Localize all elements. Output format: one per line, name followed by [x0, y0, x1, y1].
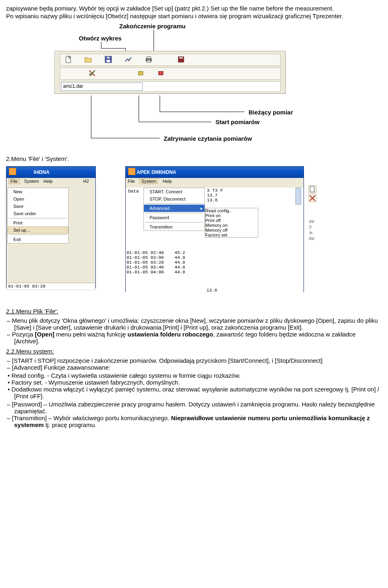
advanced-submenu: Read config.. Print on Print off Memory …	[205, 208, 258, 238]
title-bar-1: 04DNA	[6, 167, 95, 178]
section-2-1-list: Menu plik dotyczy 'Okna głównego' i umoż…	[6, 317, 382, 345]
section-2-2-list-2: [Password] – Umożliwia zabezpieczenie pr…	[6, 401, 382, 428]
list-item: Menu plik dotyczy 'Okna głównego' i umoż…	[14, 317, 382, 331]
menu-save[interactable]: Save	[8, 203, 68, 210]
help-menu-1[interactable]: Help	[44, 179, 53, 184]
list-item: Factory set. - Wymuszenie ustawień fabry…	[14, 379, 382, 386]
system-menu-2[interactable]: System	[139, 178, 158, 184]
start-icon[interactable]	[137, 70, 144, 77]
file-menu-window: 04DNA File System Help H2 New Open Save …	[6, 166, 96, 288]
toolbar-row-input: amc1.dar	[60, 81, 280, 92]
val-1: 13.6	[207, 198, 223, 203]
svg-rect-6	[147, 60, 151, 62]
svg-rect-9	[138, 72, 143, 75]
menu-transmition[interactable]: Transmition	[144, 223, 205, 231]
open-folder-icon[interactable]	[84, 56, 92, 63]
toolbar-row-1	[60, 54, 280, 66]
data-row: 01-01-05 03:00 44.9	[127, 255, 185, 260]
menu-screenshots: 04DNA File System Help H2 New Open Save …	[6, 166, 382, 304]
current-measurement-icon[interactable]	[157, 70, 164, 77]
data-row: 01-01-05 03:40 44.8	[127, 265, 185, 270]
callout-open-chart: Otwórz wykres	[79, 35, 122, 42]
svg-rect-5	[147, 57, 151, 59]
callout-start-measurements: Start pomiarów	[215, 118, 259, 125]
submenu-read-config[interactable]: Read config..	[205, 208, 258, 213]
menu-bar-2: File System Help	[126, 178, 304, 188]
toolbar-row-2	[60, 68, 280, 80]
save-diskette-icon[interactable]	[105, 56, 112, 63]
val-last: 13.6	[207, 288, 217, 293]
menu-advanced[interactable]: Advanced..▸	[144, 205, 205, 212]
table-head-col: 3 T3 F	[207, 188, 223, 193]
section-2-2-sublist: Read config. - Czyta i wyświetla ustawie…	[6, 372, 382, 400]
list-item: [Transmition] – Wybór właściwego portu k…	[14, 415, 382, 428]
system-menu-1[interactable]: System	[24, 179, 39, 184]
menu-setup[interactable]: Set up ..	[8, 226, 68, 234]
submenu-memory-off[interactable]: Memory off	[205, 228, 258, 233]
side-btn-2[interactable]	[308, 194, 316, 202]
toolbar-area: amc1.dar	[55, 51, 286, 94]
menu-print[interactable]: Print	[8, 219, 68, 226]
callout-close-program: Zakończenie programu	[119, 23, 186, 30]
section-2-2-title: 2.2.Menu system:	[6, 348, 382, 355]
title-bar-2: APEK DIM04DNA	[126, 167, 304, 178]
help-menu-2[interactable]: Help	[163, 179, 172, 184]
menu-save-under[interactable]: Save under	[8, 210, 68, 217]
submenu-memory-on[interactable]: Memory on	[205, 223, 258, 228]
svg-rect-11	[310, 186, 314, 192]
menu-open[interactable]: Open	[8, 195, 68, 203]
svg-rect-8	[179, 57, 183, 58]
scrollbar[interactable]	[295, 188, 301, 205]
list-item: Dodatkowo można włączyć i wyłączyć pamię…	[14, 386, 382, 400]
menu-exit[interactable]: Exit	[8, 236, 68, 243]
intro-text-1: zapisywane będą pomiary. Wybór tej opcji…	[6, 5, 382, 12]
file-menu-2[interactable]: File	[128, 179, 135, 184]
section-2-1-title: 2.1.Menu Plik 'File':	[6, 308, 382, 315]
submenu-print-on[interactable]: Print on	[205, 213, 258, 218]
file-dropdown: New Open Save Save under Print Set up ..…	[7, 188, 69, 243]
menu-bar-1: File System Help H2	[6, 178, 95, 188]
toolbar-diagram: Zakończenie programu Otwórz wykres amc1.…	[26, 23, 309, 152]
print-icon[interactable]	[145, 56, 152, 63]
callout-current-measurement: Bieżący pomiar	[249, 109, 293, 116]
system-dropdown: START, Connect STOP, Disconnect Advanced…	[143, 188, 205, 231]
side-toolbar: dar 0 ie. dar	[308, 184, 323, 242]
svg-rect-2	[107, 60, 110, 62]
list-item: [START i STOP] rozpoczęcie i zakończenie…	[14, 357, 382, 364]
system-menu-window: APEK DIM04DNA File System Help Data STAR…	[125, 166, 304, 292]
list-item: Read config. - Czyta i wyświetla ustawie…	[14, 372, 382, 379]
val-0: 13.7	[207, 193, 223, 198]
submenu-factory-set[interactable]: Factory set	[205, 233, 258, 237]
callout-stop-reading: Zatrymanie czytania pomiarów	[164, 135, 252, 142]
menu-new[interactable]: New	[8, 188, 68, 195]
list-item: [Password] – Umożliwia zabezpieczenie pr…	[14, 401, 382, 415]
status-line-1: 01-01-05 03:20	[7, 283, 95, 290]
close-icon[interactable]	[177, 56, 185, 63]
svg-rect-3	[107, 57, 110, 59]
section-2-2-list: [START i STOP] rozpoczęcie i zakończenie…	[6, 357, 382, 371]
stop-x-icon[interactable]	[89, 70, 96, 77]
side-btn-1[interactable]	[308, 185, 316, 193]
data-row: 01-01-05 02:40 45.2	[127, 250, 185, 255]
new-doc-icon[interactable]	[65, 56, 72, 63]
list-item: Pozycja [Open] menu pełni ważną funkcję …	[14, 331, 382, 345]
section-2-title: 2.Menu 'File' i 'System'.	[6, 155, 382, 162]
submenu-arrow-icon: ▸	[200, 206, 203, 211]
list-item: [Advanced] Funkcje zaawansowane:	[14, 364, 382, 371]
menu-start[interactable]: START, Connect	[144, 188, 205, 195]
file-menu[interactable]: File	[8, 178, 20, 184]
filename-input[interactable]: amc1.dar	[61, 82, 143, 91]
svg-rect-10	[158, 72, 163, 75]
data-row: 01-01-05 03:20 44.8	[127, 260, 185, 265]
intro-text-2: Po wpisaniu nazwy pliku i wciśnięciu [Ot…	[6, 13, 382, 19]
chart-icon[interactable]	[125, 56, 132, 63]
menu-password[interactable]: Password	[144, 214, 205, 221]
h2-label: H2	[83, 179, 89, 184]
data-row: 01-01-05 04:00 44.8	[127, 270, 185, 275]
menu-stop[interactable]: STOP, Disconnect	[144, 195, 205, 203]
submenu-print-off[interactable]: Print off	[205, 218, 258, 223]
